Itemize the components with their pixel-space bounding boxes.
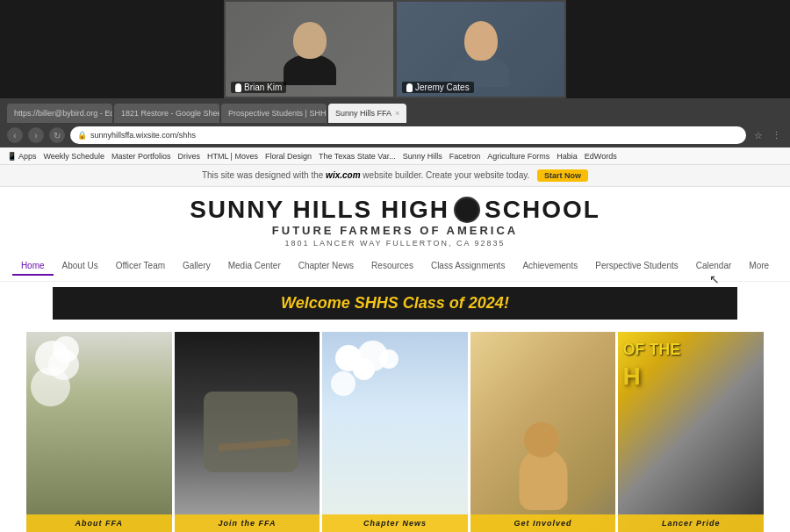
- gallery-item-join-ffa[interactable]: Join the FFA: [175, 332, 320, 532]
- brian-label: Brian Kim: [231, 82, 286, 93]
- nav-resources[interactable]: Resources: [363, 257, 422, 276]
- browser-window: https://biller@bybird.org - Edu... × 182…: [0, 98, 790, 532]
- school-address: 1801 LANCER WAY FULLERTON, CA 92835: [0, 239, 790, 248]
- wix-banner: This site was designed with the wix.com …: [0, 165, 790, 187]
- browser-tabs-bar: https://biller@bybird.org - Edu... × 182…: [0, 98, 790, 123]
- bookmark-agforms[interactable]: Agriculture Forms: [487, 152, 549, 161]
- wix-banner-text: This site was designed with the: [202, 170, 326, 180]
- label-about-ffa: About FFA: [26, 514, 172, 532]
- nav-menu: Home About Us Officer Team Gallery Media…: [0, 252, 790, 282]
- gallery-item-about-ffa[interactable]: About FFA: [26, 332, 172, 532]
- nav-officer[interactable]: Officer Team: [107, 257, 174, 276]
- bookmark-weekly[interactable]: Weekly Schedule: [44, 152, 104, 161]
- nav-media[interactable]: Media Center: [219, 257, 290, 276]
- bookmark-drives[interactable]: Drives: [177, 152, 200, 161]
- bookmark-html[interactable]: HTML | Moves: [207, 152, 258, 161]
- label-lancer-pride: Lancer Pride: [618, 514, 764, 532]
- tab-1[interactable]: 1821 Restore - Google Sheets ×: [114, 104, 219, 123]
- school-title: SUNNY HILLS HIGH SCHOOL: [0, 196, 790, 224]
- brian-head: [293, 22, 327, 59]
- reload-button[interactable]: ↻: [49, 127, 65, 143]
- school-subtitle: FUTURE FARMERS OF AMERICA: [0, 224, 790, 237]
- bookmark-sunnyhills[interactable]: Sunny Hills: [403, 152, 442, 161]
- nav-class[interactable]: Class Assignments: [422, 257, 514, 276]
- tab-close-3[interactable]: ×: [395, 109, 399, 118]
- tabs-row: https://biller@bybird.org - Edu... × 182…: [7, 102, 783, 123]
- bookmark-facetron[interactable]: Facetron: [449, 152, 481, 161]
- bookmark-habia[interactable]: Habia: [557, 152, 578, 161]
- welcome-banner: Welcome SHHS Class of 2024!: [53, 287, 737, 320]
- nav-about[interactable]: About Us: [54, 257, 107, 276]
- video-tile-brian: Brian Kim: [224, 0, 395, 98]
- mic-icon-jeremy: [406, 83, 413, 92]
- gallery-item-lancer-pride[interactable]: OF THE H Lancer Pride: [618, 332, 764, 532]
- gallery-item-chapter-news[interactable]: Chapter News: [322, 332, 468, 532]
- tab-3-active[interactable]: Sunny Hills FFA ×: [328, 104, 406, 123]
- welcome-text: Welcome SHHS Class of 2024!: [281, 294, 509, 312]
- label-chapter-news: Chapter News: [322, 514, 468, 532]
- bookmark-master[interactable]: Master Portfolios: [111, 152, 171, 161]
- jeremy-head: [464, 21, 498, 61]
- jeremy-label: Jeremy Cates: [402, 82, 474, 93]
- bookmarks-bar: 📱 Apps Weekly Schedule Master Portfolios…: [0, 147, 790, 165]
- extensions-icon[interactable]: ⋮: [769, 128, 783, 142]
- address-bar[interactable]: 🔒 sunnyhillsffa.wixsite.com/shhs: [70, 126, 746, 144]
- mouse-cursor: ↖: [709, 272, 720, 286]
- video-overlay: Brian Kim Jeremy Cates: [224, 0, 566, 98]
- video-tile-jeremy: Jeremy Cates: [395, 0, 566, 98]
- bookmark-floral[interactable]: Floral Design: [265, 152, 312, 161]
- school-title-text2: SCHOOL: [485, 196, 600, 224]
- address-bar-row: ‹ › ↻ 🔒 sunnyhillsffa.wixsite.com/shhs ☆…: [0, 123, 790, 147]
- brian-body: [284, 54, 336, 85]
- wix-suffix: website builder. Create your website tod…: [363, 170, 529, 180]
- label-get-involved: Get Involved: [470, 514, 616, 532]
- website-content: This site was designed with the wix.com …: [0, 165, 790, 532]
- start-now-button[interactable]: Start Now: [537, 169, 588, 182]
- lock-icon: 🔒: [77, 131, 87, 140]
- nav-more[interactable]: More: [740, 257, 778, 276]
- gallery-item-get-involved[interactable]: Get Involved: [470, 332, 616, 532]
- image-gallery: About FFA Join the FFA Chapter News: [26, 332, 764, 532]
- nav-achievements[interactable]: Achievements: [514, 257, 586, 276]
- bookmark-icon[interactable]: ☆: [751, 128, 765, 142]
- tab-2[interactable]: Prospective Students | SHHS... ×: [221, 104, 327, 123]
- tab-0[interactable]: https://biller@bybird.org - Edu... ×: [7, 104, 112, 123]
- nav-chapter[interactable]: Chapter News: [290, 257, 363, 276]
- bookmark-texas[interactable]: The Texas State Var...: [319, 152, 396, 161]
- back-button[interactable]: ‹: [7, 127, 23, 143]
- wix-logo: wix.com: [326, 170, 360, 180]
- label-join-ffa: Join the FFA: [175, 514, 320, 532]
- bookmark-apps[interactable]: 📱 Apps: [7, 152, 37, 161]
- nav-home[interactable]: Home: [12, 257, 54, 276]
- welcome-section: Welcome SHHS Class of 2024!: [0, 282, 790, 325]
- school-logo: [454, 197, 480, 223]
- address-text: sunnyhillsffa.wixsite.com/shhs: [90, 131, 196, 140]
- nav-perspective[interactable]: Perspective Students: [586, 257, 687, 276]
- school-title-text1: SUNNY HILLS HIGH: [190, 196, 449, 224]
- school-header: SUNNY HILLS HIGH SCHOOL FUTURE FARMERS O…: [0, 187, 790, 252]
- bookmark-edwords[interactable]: EdWords: [585, 152, 617, 161]
- browser-actions: ☆ ⋮: [751, 128, 783, 142]
- nav-gallery[interactable]: Gallery: [174, 257, 219, 276]
- mic-icon-brian: [235, 83, 241, 92]
- forward-button[interactable]: ›: [28, 127, 44, 143]
